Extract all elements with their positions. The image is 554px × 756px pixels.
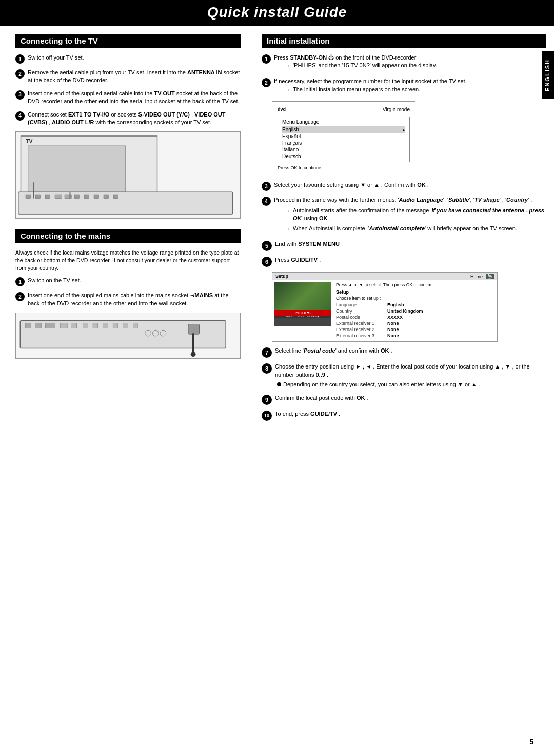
step-init-4-content: Proceed in the same way with the further… bbox=[274, 196, 546, 235]
step-init-2: 2 If necessary, select the programme num… bbox=[262, 77, 546, 96]
section-connecting-mains: Connecting to the mains Always check if … bbox=[15, 229, 241, 359]
step-init-num-1: 1 bbox=[262, 54, 271, 64]
home-tab: Home bbox=[470, 274, 483, 279]
svg-rect-31 bbox=[123, 323, 128, 328]
arrow-icon-1: → bbox=[284, 62, 290, 70]
svg-rect-8 bbox=[26, 195, 31, 199]
setup-row-ext1: External receiver 1 None bbox=[336, 321, 495, 326]
step-init-num-10: 10 bbox=[262, 411, 272, 421]
arrow-autoinstall-1: → Autoinstall starts after the confirmat… bbox=[284, 207, 546, 223]
bullet-icon bbox=[277, 382, 281, 386]
virgin-mode-label: Virgin mode bbox=[383, 107, 410, 112]
step-mains-1-content: Switch on the TV set. bbox=[28, 277, 241, 284]
virgin-mode-header: dvd Virgin mode bbox=[278, 107, 410, 112]
setup-row-ext2: External receiver 2 None bbox=[336, 327, 495, 332]
step-init-5-content: End with SYSTEM MENU . bbox=[275, 240, 546, 248]
philips-logo: PHILIPS bbox=[274, 310, 331, 316]
step-mains-num-1: 1 bbox=[15, 277, 25, 286]
lang-francais: Français bbox=[282, 140, 405, 146]
step-init-num-8: 8 bbox=[262, 363, 272, 374]
svg-rect-13 bbox=[74, 195, 80, 199]
lang-deutsch: Deutsch bbox=[282, 153, 405, 160]
setup-row-lang: Language English bbox=[336, 302, 495, 307]
svg-rect-27 bbox=[83, 323, 88, 328]
svg-rect-16 bbox=[104, 195, 109, 199]
setup-box-content: PHILIPS mini hi-fi bonus lively Press ▲ … bbox=[272, 280, 497, 341]
svg-rect-32 bbox=[133, 323, 138, 328]
setup-row-ext3: External receiver 3 None bbox=[336, 333, 495, 338]
mains-description: Always check if the local mains voltage … bbox=[15, 249, 241, 272]
step-init-num-5: 5 bbox=[262, 241, 272, 251]
setup-tab: Setup bbox=[275, 274, 288, 279]
section-connecting-tv: Connecting to the TV 1 Switch off your T… bbox=[15, 34, 241, 219]
setup-box: Setup Home 📡 PHILIPS mini hi-fi bonus li… bbox=[272, 272, 498, 342]
setup-row-country: Country United Kingdom bbox=[336, 308, 495, 314]
setup-box-info: Press ▲ or ▼ to select. Then press OK to… bbox=[336, 282, 495, 339]
signal-icon: 📡 bbox=[486, 274, 494, 279]
svg-rect-11 bbox=[55, 195, 62, 199]
step-tv-2-content: Remove the aerial cable plug from your T… bbox=[28, 69, 241, 85]
svg-rect-36 bbox=[188, 324, 200, 335]
setup-val-lang: English bbox=[387, 302, 404, 307]
setup-label-ext1: External receiver 1 bbox=[336, 321, 387, 326]
svg-rect-14 bbox=[84, 195, 89, 199]
step-init-6-content: Press GUIDE/TV . bbox=[275, 256, 546, 264]
setup-heading: Setup bbox=[336, 289, 495, 295]
step-tv-2: 2 Remove the aerial cable plug from your… bbox=[15, 69, 241, 85]
svg-rect-7 bbox=[18, 192, 233, 215]
step-8-sub: Depending on the country you select, you… bbox=[277, 381, 546, 389]
page-title: Quick install Guide bbox=[21, 4, 533, 21]
step-init-9-content: Confirm the local post code with OK . bbox=[275, 394, 546, 402]
step-init-1-content: Press STANDBY-ON ⏻ on the front of the D… bbox=[274, 54, 546, 72]
section-initial-header: Initial installation bbox=[262, 34, 546, 48]
arrow-init-2: → The initial installation menu appears … bbox=[284, 86, 546, 94]
step-init-2-content: If necessary, select the programme numbe… bbox=[274, 77, 546, 96]
svg-rect-10 bbox=[45, 195, 50, 199]
step-init-3: 3 Select your favourite setting using ▼ … bbox=[262, 181, 546, 191]
ok-continue-text: Press OK to continue bbox=[278, 165, 410, 170]
lang-espanol: Español bbox=[282, 133, 405, 140]
svg-text:TV: TV bbox=[26, 139, 32, 145]
step-init-10-content: To end, press GUIDE/TV . bbox=[275, 410, 546, 418]
page-number: 5 bbox=[529, 738, 533, 746]
step-num-3: 3 bbox=[15, 90, 25, 100]
left-column: Connecting to the TV 1 Switch off your T… bbox=[0, 26, 251, 434]
step-num-1: 1 bbox=[15, 54, 25, 64]
setup-subheading: Choose item to set up : bbox=[336, 296, 495, 301]
step-init-1: 1 Press STANDBY-ON ⏻ on the front of the… bbox=[262, 54, 546, 72]
virgin-mode-box: dvd Virgin mode Menu Language English ⬥ … bbox=[272, 101, 416, 176]
step-init-num-2: 2 bbox=[262, 78, 271, 87]
step-init-num-6: 6 bbox=[262, 257, 272, 267]
step-num-4: 4 bbox=[15, 111, 25, 121]
step-init-num-3: 3 bbox=[262, 182, 271, 191]
mains-diagram bbox=[15, 313, 241, 359]
menu-language-box: Menu Language English ⬥ Español Français… bbox=[278, 117, 410, 162]
menu-language-title: Menu Language bbox=[282, 119, 405, 125]
step-init-8-content: Choose the entry position using ► , ◄ . … bbox=[275, 363, 546, 389]
setup-instruction: Press ▲ or ▼ to select. Then press OK to… bbox=[336, 282, 495, 287]
setup-val-ext1: None bbox=[387, 321, 399, 326]
setup-val-postal: XXXXX bbox=[387, 315, 403, 320]
section-mains-header: Connecting to the mains bbox=[15, 229, 241, 243]
step-init-10: 10 To end, press GUIDE/TV . bbox=[262, 410, 546, 421]
setup-val-ext2: None bbox=[387, 327, 399, 332]
setup-label-postal: Postal code bbox=[336, 315, 387, 320]
page-header: Quick install Guide bbox=[0, 0, 554, 25]
step-init-num-7: 7 bbox=[262, 347, 272, 358]
step-init-8: 8 Choose the entry position using ► , ◄ … bbox=[262, 363, 546, 389]
setup-box-header: Setup Home 📡 bbox=[272, 273, 497, 280]
step-init-7: 7 Select line 'Postal code' and confirm … bbox=[262, 347, 546, 358]
step-init-num-4: 4 bbox=[262, 197, 271, 206]
main-content: Connecting to the TV 1 Switch off your T… bbox=[0, 26, 554, 434]
dvd-label: dvd bbox=[278, 107, 286, 112]
lang-italiano: Italiano bbox=[282, 146, 405, 153]
step-mains-num-2: 2 bbox=[15, 292, 25, 301]
step-init-num-9: 9 bbox=[262, 395, 272, 405]
setup-label-lang: Language bbox=[336, 302, 387, 307]
step-tv-1: 1 Switch off your TV set. bbox=[15, 54, 241, 64]
arrow-init-1: → 'PHILIPS' and then '15 TV 0N?' will ap… bbox=[284, 62, 546, 70]
step-init-9: 9 Confirm the local post code with OK . bbox=[262, 394, 546, 405]
step-tv-3: 3 Insert one end of the supplied aerial … bbox=[15, 90, 241, 106]
svg-rect-15 bbox=[94, 195, 99, 199]
svg-rect-29 bbox=[103, 323, 108, 328]
